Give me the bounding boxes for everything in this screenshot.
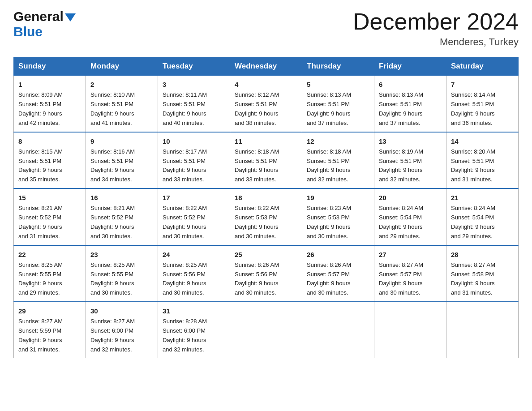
day-info: Sunrise: 8:23 AMSunset: 5:53 PMDaylight:… xyxy=(307,204,369,241)
day-number: 20 xyxy=(379,193,442,203)
day-info: Sunrise: 8:20 AMSunset: 5:51 PMDaylight:… xyxy=(451,147,514,184)
day-number: 2 xyxy=(90,79,153,90)
calendar-cell: 8Sunrise: 8:15 AMSunset: 5:51 PMDaylight… xyxy=(14,132,86,188)
calendar-cell: 10Sunrise: 8:17 AMSunset: 5:51 PMDayligh… xyxy=(158,132,230,188)
day-info: Sunrise: 8:15 AMSunset: 5:51 PMDaylight:… xyxy=(18,147,81,184)
title-area: December 2024 Menderes, Turkey xyxy=(353,9,519,48)
calendar-cell: 4Sunrise: 8:12 AMSunset: 5:51 PMDaylight… xyxy=(230,76,302,132)
calendar-cell: 25Sunrise: 8:26 AMSunset: 5:56 PMDayligh… xyxy=(230,245,302,302)
header-sunday: Sunday xyxy=(14,57,86,76)
day-number: 15 xyxy=(18,193,81,203)
calendar-cell: 17Sunrise: 8:22 AMSunset: 5:52 PMDayligh… xyxy=(158,188,230,245)
day-number: 6 xyxy=(379,79,442,90)
calendar-cell: 30Sunrise: 8:27 AMSunset: 6:00 PMDayligh… xyxy=(86,302,158,358)
day-info: Sunrise: 8:22 AMSunset: 5:52 PMDaylight:… xyxy=(163,204,225,241)
calendar-cell: 15Sunrise: 8:21 AMSunset: 5:52 PMDayligh… xyxy=(14,188,86,245)
day-number: 19 xyxy=(307,193,369,203)
day-number: 18 xyxy=(235,193,297,203)
calendar-cell: 11Sunrise: 8:18 AMSunset: 5:51 PMDayligh… xyxy=(230,132,302,188)
day-number: 28 xyxy=(451,249,514,260)
header-row: SundayMondayTuesdayWednesdayThursdayFrid… xyxy=(14,57,519,76)
day-number: 5 xyxy=(307,79,369,90)
day-info: Sunrise: 8:26 AMSunset: 5:56 PMDaylight:… xyxy=(235,261,297,298)
day-info: Sunrise: 8:24 AMSunset: 5:54 PMDaylight:… xyxy=(451,204,514,241)
header-monday: Monday xyxy=(86,57,158,76)
day-number: 3 xyxy=(163,79,225,90)
calendar-cell xyxy=(230,302,302,358)
day-info: Sunrise: 8:17 AMSunset: 5:51 PMDaylight:… xyxy=(163,147,225,184)
calendar-cell: 19Sunrise: 8:23 AMSunset: 5:53 PMDayligh… xyxy=(302,188,374,245)
day-number: 13 xyxy=(379,136,442,146)
calendar-cell xyxy=(302,302,374,358)
week-row-2: 8Sunrise: 8:15 AMSunset: 5:51 PMDaylight… xyxy=(14,132,519,188)
calendar-cell: 12Sunrise: 8:18 AMSunset: 5:51 PMDayligh… xyxy=(302,132,374,188)
logo-arrow-icon xyxy=(65,13,76,21)
day-info: Sunrise: 8:21 AMSunset: 5:52 PMDaylight:… xyxy=(18,204,81,241)
day-info: Sunrise: 8:13 AMSunset: 5:51 PMDaylight:… xyxy=(307,90,369,128)
day-number: 26 xyxy=(307,249,369,260)
day-info: Sunrise: 8:10 AMSunset: 5:51 PMDaylight:… xyxy=(90,90,153,128)
calendar-cell: 28Sunrise: 8:27 AMSunset: 5:58 PMDayligh… xyxy=(446,245,519,302)
calendar-cell: 22Sunrise: 8:25 AMSunset: 5:55 PMDayligh… xyxy=(14,245,86,302)
day-info: Sunrise: 8:16 AMSunset: 5:51 PMDaylight:… xyxy=(90,147,153,184)
day-info: Sunrise: 8:13 AMSunset: 5:51 PMDaylight:… xyxy=(379,90,442,128)
logo-general-text: General xyxy=(13,9,64,24)
week-row-5: 29Sunrise: 8:27 AMSunset: 5:59 PMDayligh… xyxy=(14,302,519,358)
day-number: 10 xyxy=(163,136,225,146)
calendar-cell: 9Sunrise: 8:16 AMSunset: 5:51 PMDaylight… xyxy=(86,132,158,188)
day-info: Sunrise: 8:09 AMSunset: 5:51 PMDaylight:… xyxy=(18,90,81,128)
day-info: Sunrise: 8:28 AMSunset: 6:00 PMDaylight:… xyxy=(163,317,225,354)
day-info: Sunrise: 8:27 AMSunset: 6:00 PMDaylight:… xyxy=(90,317,153,354)
day-number: 25 xyxy=(235,249,297,260)
day-number: 4 xyxy=(235,79,297,90)
header-friday: Friday xyxy=(374,57,446,76)
calendar-cell: 14Sunrise: 8:20 AMSunset: 5:51 PMDayligh… xyxy=(446,132,519,188)
day-number: 16 xyxy=(90,193,153,203)
day-info: Sunrise: 8:18 AMSunset: 5:51 PMDaylight:… xyxy=(235,147,297,184)
day-info: Sunrise: 8:25 AMSunset: 5:56 PMDaylight:… xyxy=(163,261,225,298)
day-info: Sunrise: 8:25 AMSunset: 5:55 PMDaylight:… xyxy=(18,261,81,298)
day-number: 7 xyxy=(451,79,514,90)
calendar-cell xyxy=(374,302,446,358)
logo-blue-text: Blue xyxy=(13,24,43,39)
calendar-cell: 21Sunrise: 8:24 AMSunset: 5:54 PMDayligh… xyxy=(446,188,519,245)
calendar-cell: 7Sunrise: 8:14 AMSunset: 5:51 PMDaylight… xyxy=(446,76,519,132)
day-info: Sunrise: 8:21 AMSunset: 5:52 PMDaylight:… xyxy=(90,204,153,241)
day-number: 8 xyxy=(18,136,81,146)
calendar-cell: 13Sunrise: 8:19 AMSunset: 5:51 PMDayligh… xyxy=(374,132,446,188)
day-number: 23 xyxy=(90,249,153,260)
calendar-cell xyxy=(446,302,519,358)
day-info: Sunrise: 8:26 AMSunset: 5:57 PMDaylight:… xyxy=(307,261,369,298)
header: General Blue December 2024 Menderes, Tur… xyxy=(13,9,519,48)
day-info: Sunrise: 8:11 AMSunset: 5:51 PMDaylight:… xyxy=(163,90,225,128)
day-info: Sunrise: 8:24 AMSunset: 5:54 PMDaylight:… xyxy=(379,204,442,241)
day-info: Sunrise: 8:18 AMSunset: 5:51 PMDaylight:… xyxy=(307,147,369,184)
day-info: Sunrise: 8:27 AMSunset: 5:58 PMDaylight:… xyxy=(451,261,514,298)
day-number: 12 xyxy=(307,136,369,146)
day-info: Sunrise: 8:22 AMSunset: 5:53 PMDaylight:… xyxy=(235,204,297,241)
header-tuesday: Tuesday xyxy=(158,57,230,76)
day-number: 9 xyxy=(90,136,153,146)
week-row-1: 1Sunrise: 8:09 AMSunset: 5:51 PMDaylight… xyxy=(14,76,519,132)
calendar-cell: 2Sunrise: 8:10 AMSunset: 5:51 PMDaylight… xyxy=(86,76,158,132)
day-number: 1 xyxy=(18,79,81,90)
day-number: 24 xyxy=(163,249,225,260)
day-number: 30 xyxy=(90,306,153,316)
calendar-cell: 5Sunrise: 8:13 AMSunset: 5:51 PMDaylight… xyxy=(302,76,374,132)
day-number: 29 xyxy=(18,306,81,316)
calendar-cell: 27Sunrise: 8:27 AMSunset: 5:57 PMDayligh… xyxy=(374,245,446,302)
day-number: 22 xyxy=(18,249,81,260)
day-number: 14 xyxy=(451,136,514,146)
day-info: Sunrise: 8:25 AMSunset: 5:55 PMDaylight:… xyxy=(90,261,153,298)
calendar-cell: 24Sunrise: 8:25 AMSunset: 5:56 PMDayligh… xyxy=(158,245,230,302)
calendar-cell: 20Sunrise: 8:24 AMSunset: 5:54 PMDayligh… xyxy=(374,188,446,245)
week-row-4: 22Sunrise: 8:25 AMSunset: 5:55 PMDayligh… xyxy=(14,245,519,302)
calendar-cell: 23Sunrise: 8:25 AMSunset: 5:55 PMDayligh… xyxy=(86,245,158,302)
calendar-cell: 29Sunrise: 8:27 AMSunset: 5:59 PMDayligh… xyxy=(14,302,86,358)
week-row-3: 15Sunrise: 8:21 AMSunset: 5:52 PMDayligh… xyxy=(14,188,519,245)
day-number: 21 xyxy=(451,193,514,203)
header-thursday: Thursday xyxy=(302,57,374,76)
day-info: Sunrise: 8:14 AMSunset: 5:51 PMDaylight:… xyxy=(451,90,514,128)
calendar-table: SundayMondayTuesdayWednesdayThursdayFrid… xyxy=(13,57,519,358)
logo: General Blue xyxy=(13,9,76,39)
